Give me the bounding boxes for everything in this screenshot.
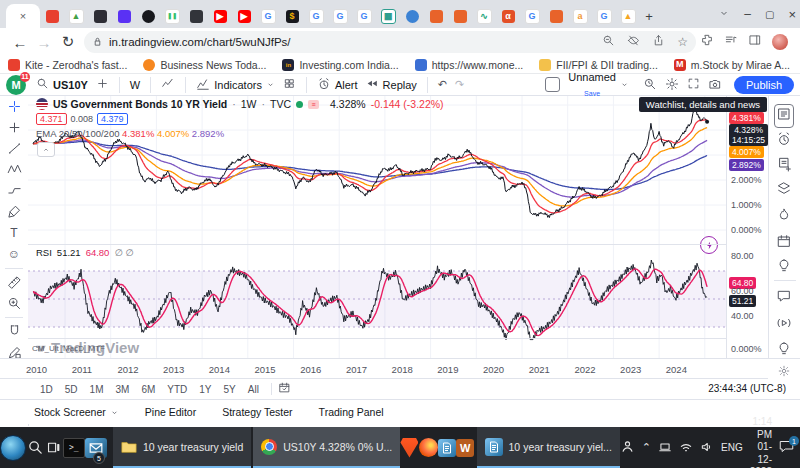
people-icon[interactable] [620, 439, 635, 456]
tab-alpha-favicon[interactable]: α [496, 4, 520, 28]
tab-tickertape-favicon[interactable] [136, 4, 160, 28]
range-3m[interactable]: 3M [110, 383, 136, 396]
tab-upstox-favicon[interactable] [112, 4, 136, 28]
window-minimize-button[interactable]: – [744, 7, 751, 21]
tab-stock-screener[interactable]: Stock Screener [34, 406, 119, 418]
object-tree-icon[interactable] [776, 181, 792, 201]
tab-google-favicon[interactable]: G [256, 4, 280, 28]
replay-button[interactable]: Replay [362, 77, 421, 92]
tab-google-favicon-2[interactable]: G [304, 4, 328, 28]
notes-icon[interactable] [776, 156, 792, 176]
battery-icon[interactable] [658, 440, 672, 456]
tab-sheets-favicon[interactable]: ▦ [376, 4, 400, 28]
wifi-icon[interactable] [679, 440, 693, 456]
brush-tool[interactable] [0, 201, 28, 222]
tab-youtube-favicon-2[interactable]: ▶ [232, 4, 256, 28]
go-to-date-icon[interactable] [278, 380, 291, 398]
firefox-icon[interactable] [419, 427, 438, 468]
chart-settings-button[interactable] [661, 77, 683, 93]
indicator-templates-button[interactable] [279, 77, 300, 92]
position-tool[interactable] [0, 180, 28, 201]
bookmark-item[interactable]: https://www.mone... [415, 59, 524, 71]
taskbar-notepad-window[interactable]: 10 year treasury yiel... [477, 427, 620, 468]
tab-pine-editor[interactable]: Pine Editor [145, 406, 196, 418]
lightning-boost-icon[interactable] [700, 236, 718, 254]
profile-avatar[interactable] [772, 34, 788, 50]
range-1m[interactable]: 1M [84, 383, 110, 396]
range-1d[interactable]: 1D [34, 383, 59, 396]
text-tool[interactable]: T [0, 222, 28, 243]
add-symbol-button[interactable] [92, 77, 113, 92]
layout-select-checkbox[interactable] [545, 77, 560, 92]
side-panel-icon[interactable] [748, 33, 762, 51]
undo-button[interactable]: ↶ [434, 78, 451, 91]
tab-moneycontrol-favicon-2[interactable] [448, 4, 472, 28]
task-view-icon[interactable] [44, 427, 62, 468]
symbol-legend[interactable]: US Government Bonds 10 YR Yield ·1W ·TVC… [36, 98, 444, 110]
brave-icon[interactable] [400, 427, 418, 468]
reload-button[interactable]: ↻ [56, 33, 80, 51]
address-bar[interactable]: in.tradingview.com/chart/5wuNJfPs/ ☆ [84, 31, 696, 53]
tab-console-favicon[interactable]: ▲ [64, 4, 88, 28]
forward-button[interactable]: → [32, 34, 56, 51]
range-5d[interactable]: 5D [59, 383, 84, 396]
bookmark-item[interactable]: Kite - Zerodha's fast... [8, 59, 127, 71]
speaker-icon[interactable] [700, 440, 714, 456]
scale-settings-corner[interactable] [768, 358, 800, 404]
tab-money-favicon[interactable]: $ [280, 4, 304, 28]
alert-button[interactable]: Alert [313, 77, 362, 93]
time-axis[interactable]: 2010201120122013201420152016201720182019… [0, 358, 768, 379]
tab-trading-panel[interactable]: Trading Panel [319, 406, 384, 418]
fullscreen-button[interactable] [683, 77, 704, 92]
range-all[interactable]: All [242, 383, 265, 396]
window-close-button[interactable]: × [788, 7, 796, 22]
symbol-search-button[interactable]: US10Y [32, 77, 92, 92]
language-indicator[interactable]: ENG [721, 442, 743, 453]
cross-tool[interactable] [0, 96, 28, 117]
chart-area[interactable]: US Government Bonds 10 YR Yield ·1W ·TVC… [28, 96, 726, 358]
tab-google-favicon-4[interactable]: G [352, 4, 376, 28]
action-center-icon[interactable]: 1 [779, 440, 794, 455]
pattern-tool[interactable] [0, 159, 28, 180]
eye-off-icon[interactable] [627, 33, 640, 51]
range-6m[interactable]: 6M [135, 383, 161, 396]
emoji-tool[interactable]: ☺ [0, 244, 28, 265]
alerts-icon[interactable] [776, 131, 792, 151]
tray-clock[interactable]: 1:14 PM01-12-2023 [750, 416, 772, 468]
tab-screener-bars-favicon[interactable]: ❚❚ [160, 4, 184, 28]
trendline-tool[interactable] [0, 138, 28, 159]
user-avatar[interactable]: M 11 [6, 75, 26, 95]
tab-youtube-favicon[interactable]: ▶ [208, 4, 232, 28]
tab-google-favicon-5[interactable]: G [520, 4, 544, 28]
tray-chevron-up[interactable]: ⌃ [642, 441, 651, 454]
reading-list-icon[interactable] [724, 33, 738, 51]
redo-button[interactable]: ↷ [451, 78, 468, 91]
watchlist-icon[interactable] [774, 104, 794, 128]
chat-icon[interactable] [776, 288, 792, 308]
range-5y[interactable]: 5Y [218, 383, 242, 396]
notepad-plus-icon[interactable] [438, 427, 456, 468]
terminal-icon[interactable]: >_ [63, 427, 85, 468]
zoom-icon[interactable] [602, 33, 615, 51]
tab-kite-favicon[interactable] [40, 4, 64, 28]
measure-tool[interactable] [0, 272, 28, 293]
zoom-in-tool[interactable] [0, 293, 28, 314]
hotlists-icon[interactable] [776, 207, 792, 227]
active-tab[interactable]: × [6, 4, 40, 28]
price-scale[interactable]: 4.381%4.328%14:15:254.007%2.892%2.000%1.… [726, 96, 769, 358]
tab-search-chevron[interactable] [718, 5, 730, 23]
tab-amazon-favicon[interactable]: a [568, 4, 592, 28]
magnet-tool[interactable] [0, 321, 28, 342]
taskbar-folder-window[interactable]: 10 year treasury yield [113, 427, 251, 468]
ideas-icon[interactable] [776, 258, 792, 278]
tab-moneycontrol-favicon-3[interactable] [544, 4, 568, 28]
chart-clock[interactable]: 23:44:34 (UTC-8) [708, 383, 786, 394]
macd-pane-legend[interactable]: CM_Ult_MacD_MTF [32, 344, 105, 353]
tab-close-icon[interactable]: × [20, 10, 26, 22]
tab-strategy-tester[interactable]: Strategy Tester [222, 406, 292, 418]
bookmark-star-icon[interactable]: ☆ [677, 35, 688, 49]
taskbar-chrome-window[interactable]: US10Y 4.328% 0% U... [253, 427, 400, 468]
range-ytd[interactable]: YTD [161, 383, 193, 396]
word-icon[interactable]: W [456, 427, 474, 468]
rsi-legend[interactable]: RSI 51.21 64.80 ∅ ∅ [36, 247, 134, 258]
